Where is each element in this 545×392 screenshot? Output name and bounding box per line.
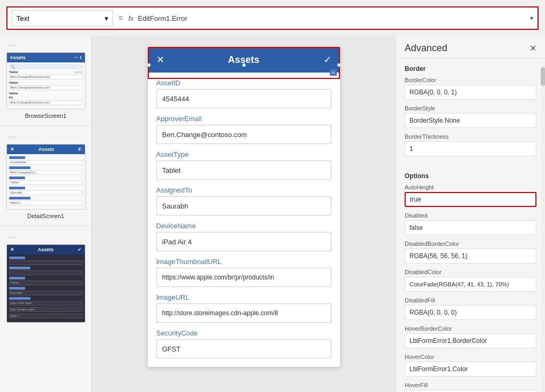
hover-color-label: HoverColor bbox=[405, 354, 536, 360]
property-dropdown[interactable]: Text ▾ bbox=[12, 10, 113, 26]
detail-screen-label: DetailScreen1 bbox=[27, 213, 64, 219]
detail-thumb-title: Assets bbox=[38, 147, 54, 152]
border-style-label: BorderStyle bbox=[405, 105, 536, 111]
detail-screen-container: ··· ✕ Assets F AssetValue Ben.Change@co.… bbox=[0, 128, 91, 223]
dropdown-value: Text bbox=[17, 14, 29, 22]
border-color-row: BorderColor RGBA(0, 0, 0, 1) bbox=[405, 77, 536, 100]
thumb-label-row-3: Tablet bbox=[9, 92, 83, 95]
field-security-code: SecurityCode bbox=[156, 329, 331, 358]
field-input-assigned-to[interactable] bbox=[156, 196, 331, 215]
auto-height-label: AutoHeight bbox=[405, 184, 536, 190]
hover-color-value: LblFormError1.Color bbox=[405, 362, 536, 377]
disabled-border-color-value: RGBA(56, 56, 56, 1) bbox=[405, 249, 536, 263]
field-input-asset-id[interactable] bbox=[156, 89, 331, 108]
disabled-fill-value: RGBA(0, 0, 0, 0) bbox=[405, 305, 536, 320]
field-label-approver-email: ApproverEmail bbox=[156, 115, 331, 123]
edit-field-3: Tablet bbox=[9, 281, 83, 285]
chevron-down-icon: ▾ bbox=[105, 14, 108, 22]
field-input-device-name[interactable] bbox=[156, 232, 331, 251]
border-thickness-label: BorderThickness bbox=[405, 133, 536, 140]
detail-thumb-edit: F bbox=[78, 147, 82, 152]
right-panel-scrollbar-track[interactable] bbox=[541, 62, 545, 392]
edit-field-6: https://images.apple... bbox=[9, 307, 83, 312]
field-label-asset-id: AssetID bbox=[156, 79, 331, 87]
center-canvas: A ✕ Assets ✓ AssetID ApproverEmail Asset… bbox=[92, 36, 396, 392]
options-section-title: Options bbox=[405, 172, 536, 180]
divider-2 bbox=[0, 226, 91, 226]
edit-field-4: Saurabh bbox=[9, 291, 83, 295]
thumb-field-3: Ben.Change@contoso.com bbox=[9, 100, 83, 105]
field-label-device-name: DeviceName bbox=[156, 222, 331, 230]
right-panel-close-icon[interactable]: ✕ bbox=[530, 43, 536, 53]
border-thickness-value: 1 bbox=[405, 141, 536, 156]
field-label-thumbnail-url: ImageThumbnailURL bbox=[156, 258, 331, 266]
browse-thumb-title: Assets bbox=[10, 55, 26, 60]
field-label-assigned-to: AssignedTo bbox=[156, 186, 331, 194]
browse-thumb-body: 🔍 Tablet delete Ben.Change@contoso.com T… bbox=[7, 62, 85, 109]
detail-dots-menu[interactable]: ··· bbox=[6, 132, 15, 142]
field-assigned-to: AssignedTo bbox=[156, 186, 331, 215]
border-section-title: Border bbox=[405, 65, 536, 73]
field-label-image-url: ImageURL bbox=[156, 293, 331, 301]
border-color-value: RGBA(0, 0, 0, 1) bbox=[405, 85, 536, 100]
field-input-asset-type[interactable] bbox=[156, 161, 331, 180]
dots-menu[interactable]: ··· bbox=[6, 41, 15, 50]
detail-field-4: Saurabh bbox=[9, 190, 83, 195]
edit-dots-menu[interactable]: ··· bbox=[6, 233, 15, 242]
border-thickness-row: BorderThickness 1 bbox=[405, 133, 536, 156]
edit-thumb-title: Assets bbox=[38, 247, 54, 252]
header-close-icon[interactable]: ✕ bbox=[156, 54, 164, 66]
browse-screen-thumb[interactable]: Assets ··· I 🔍 Tablet delete Ben.Change@… bbox=[6, 52, 85, 109]
edit-field-7: https://... bbox=[9, 314, 83, 318]
options-section: Options AutoHeight true Disabled false D… bbox=[396, 166, 545, 392]
header-save-icon[interactable]: ✓ bbox=[323, 54, 331, 66]
field-asset-type: AssetType bbox=[156, 150, 331, 180]
disabled-fill-row: DisabledFill RGBA(0, 0, 0, 0) bbox=[405, 297, 536, 320]
hover-border-color-value: LblFormError1.BorderColor bbox=[405, 333, 536, 348]
edit-field-2 bbox=[9, 270, 83, 275]
right-panel-scrollbar-thumb[interactable] bbox=[541, 67, 545, 86]
fx-icon: fx bbox=[128, 14, 133, 22]
right-panel-title: Advanced bbox=[405, 43, 447, 54]
right-panel: Advanced ✕ Border BorderColor RGBA(0, 0,… bbox=[396, 36, 545, 392]
border-color-label: BorderColor bbox=[405, 77, 536, 83]
left-panel: ··· Assets ··· I 🔍 Tablet delete bbox=[0, 36, 92, 392]
field-thumbnail-url: ImageThumbnailURL bbox=[156, 258, 331, 287]
hover-fill-value bbox=[405, 390, 536, 392]
field-input-approver-email[interactable] bbox=[156, 125, 331, 144]
disabled-value: false bbox=[405, 220, 536, 235]
hover-fill-label: HoverFill bbox=[405, 382, 536, 388]
disabled-color-value: ColorFade(RGBA(47, 41, 43, 1), 70%) bbox=[405, 277, 536, 292]
detail-screen-thumb[interactable]: ✕ Assets F AssetValue Ben.Change@co... T… bbox=[6, 144, 85, 210]
hover-color-row: HoverColor LblFormError1.Color bbox=[405, 354, 536, 377]
right-panel-header: Advanced ✕ bbox=[396, 36, 545, 59]
field-label-security-code: SecurityCode bbox=[156, 329, 331, 337]
browse-thumb-icons: ··· I bbox=[74, 55, 81, 60]
field-input-thumbnail-url[interactable] bbox=[156, 268, 331, 287]
field-approver-email: ApproverEmail bbox=[156, 115, 331, 144]
formula-input[interactable] bbox=[138, 14, 530, 22]
browse-thumb-icon1: ··· bbox=[74, 55, 78, 60]
field-label-asset-type: AssetType bbox=[156, 150, 331, 158]
edit-screen-thumb[interactable]: ✕ Assets ✓ Tablet Saurabh https://store.… bbox=[6, 244, 85, 323]
edit-field-1 bbox=[9, 260, 83, 265]
disabled-color-label: DisabledColor bbox=[405, 269, 536, 275]
disabled-border-color-row: DisabledBorderColor RGBA(56, 56, 56, 1) bbox=[405, 241, 536, 263]
browse-screen-label: BrowseScreen1 bbox=[25, 113, 67, 119]
formula-bar: Text ▾ = fx ▾ bbox=[6, 6, 539, 30]
thumb-label-row-4: PC bbox=[9, 96, 83, 99]
field-input-security-code[interactable] bbox=[156, 339, 331, 358]
browse-screen-container: ··· Assets ··· I 🔍 Tablet delete bbox=[0, 36, 91, 123]
edit-screen-container: ··· ✕ Assets ✓ Tablet Saurabh bbox=[0, 228, 91, 327]
equals-symbol: = bbox=[119, 14, 123, 22]
field-input-image-url[interactable] bbox=[156, 303, 331, 323]
disabled-color-row: DisabledColor ColorFade(RGBA(47, 41, 43,… bbox=[405, 269, 536, 292]
hover-border-color-label: HoverBorderColor bbox=[405, 325, 536, 332]
detail-thumb-body: AssetValue Ben.Change@co... Tablet Saura… bbox=[7, 154, 85, 209]
form-fields: AssetID ApproverEmail AssetType Assigned… bbox=[148, 79, 340, 367]
search-row: 🔍 bbox=[9, 65, 83, 69]
border-section: Border BorderColor RGBA(0, 0, 0, 1) Bord… bbox=[396, 59, 545, 166]
form-header: ✕ Assets ✓ bbox=[148, 47, 340, 73]
formula-bar-expand-icon[interactable]: ▾ bbox=[530, 14, 533, 22]
edit-thumb-header: ✕ Assets ✓ bbox=[7, 245, 85, 254]
